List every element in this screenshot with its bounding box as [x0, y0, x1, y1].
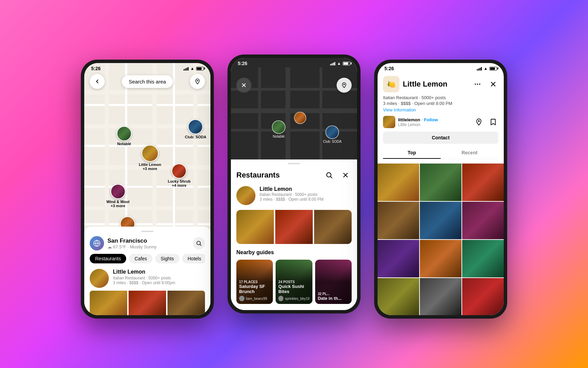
status-time-1: 5:26: [91, 66, 101, 71]
restaurant-meta-1: Italian Restaurant · 5000+ posts: [113, 276, 175, 280]
detail-type-posts: Italian Restaurant · 5000+ posts: [383, 95, 498, 100]
panel-search-button[interactable]: [323, 169, 335, 181]
status-icons-1: ▲: [183, 66, 204, 71]
map-pin-wind-wool[interactable]: Wind & Wool+3 more: [106, 184, 130, 208]
photo-cell-2[interactable]: [420, 164, 461, 201]
svg-point-5: [475, 83, 476, 85]
panel-close-button[interactable]: [339, 169, 352, 181]
battery-icon-2: [343, 62, 350, 65]
restaurant-submeta-1: 3 miles · $$$$ · Open until 8:00pm: [113, 280, 175, 285]
close-map-button[interactable]: [236, 78, 251, 93]
search-area-button[interactable]: Search this area: [122, 75, 173, 88]
status-bar-3: 5:26 ▲: [378, 63, 504, 73]
tab-top[interactable]: Top: [383, 147, 441, 159]
guide-count-2: 24 POSTS: [278, 280, 309, 284]
svg-point-7: [479, 83, 481, 85]
city-avatar: [90, 236, 104, 250]
detail-distance-hours: 3 miles · $$$$ · Open until 8:00 PM: [383, 101, 498, 106]
filter-chips: Restaurants Cafes Sights Hotels: [90, 254, 205, 265]
photo-cell-11[interactable]: [420, 278, 461, 315]
sheet-handle: [141, 231, 153, 232]
phone-3: 5:26 ▲ 🍋 Little Lemon: [374, 60, 507, 319]
dark-map-controls: [231, 78, 357, 93]
photo-cell-8[interactable]: [420, 240, 461, 277]
svg-point-6: [477, 83, 478, 85]
city-weather: ☁ 67.5°F · Mostly Sunny: [107, 244, 157, 249]
map-area: Search this area Notablé Club: SODA Litt…: [84, 63, 210, 237]
photo-cell-9[interactable]: [462, 240, 504, 277]
rest-item-name-1: Little Lemon: [260, 186, 323, 192]
map-pin-club-soda[interactable]: Club: SODA: [185, 119, 206, 139]
map-pin-notable[interactable]: Notablé: [117, 126, 132, 146]
account-username: littlelemon: [398, 117, 420, 122]
map-pin-little-lemon[interactable]: Little Lemon+3 more: [139, 145, 161, 171]
guide-author-1: liam_beanz99: [246, 297, 267, 301]
food-photo-2: [129, 291, 166, 315]
status-bar-2: 5:26 ▲: [231, 58, 357, 67]
dark-location-button[interactable]: [337, 78, 352, 93]
dark-pin-notable[interactable]: Notablé: [272, 120, 285, 138]
more-options-button[interactable]: [472, 79, 483, 89]
restaurant-card-1[interactable]: Little Lemon Italian Restaurant · 5000+ …: [90, 269, 205, 288]
restaurant-name-1: Little Lemon: [113, 269, 175, 275]
guides-row: 17 PLACES Saturday SF Brunch liam_beanz9…: [236, 260, 352, 304]
rest-photos-row-2: [236, 210, 352, 244]
photo-cell-12[interactable]: [462, 278, 504, 315]
phone-1: 5:26 ▲: [81, 60, 214, 319]
status-time-3: 5:26: [384, 66, 394, 71]
phone-2: 5:26 ▲: [227, 55, 361, 313]
account-display-name: Little Lemon: [398, 122, 470, 127]
map-pin-lucky-shrub[interactable]: Lucky Shrub+4 more: [168, 164, 191, 187]
location-button[interactable]: [190, 74, 205, 89]
guide-card-3[interactable]: 32 PL... Date in th...: [315, 260, 352, 304]
restaurant-item-2[interactable]: Notablé Californian · 500 posts: [236, 309, 352, 310]
dark-pin-small[interactable]: [294, 112, 306, 124]
svg-point-3: [343, 84, 345, 85]
contact-button[interactable]: Contact: [383, 132, 498, 144]
status-time-2: 5:26: [238, 61, 247, 66]
photo-cell-1[interactable]: [378, 164, 419, 201]
chip-hotels[interactable]: Hotels: [182, 254, 205, 263]
food-photo-1: [90, 291, 127, 315]
guide-count-1: 17 PLACES: [239, 280, 270, 284]
follow-button[interactable]: Follow: [424, 117, 438, 122]
account-avatar: [383, 116, 395, 128]
rest-photo-3: [314, 210, 352, 244]
dark-pin-club-soda[interactable]: Club: SODA: [323, 125, 341, 143]
photo-cell-7[interactable]: [378, 240, 419, 277]
guide-card-1[interactable]: 17 PLACES Saturday SF Brunch liam_beanz9…: [236, 260, 273, 304]
guide-card-2[interactable]: 24 POSTS Quick Sushi Bites sprinkles_bby…: [276, 260, 312, 304]
directions-button[interactable]: [474, 117, 484, 127]
guide-title-1: Saturday SF Brunch: [239, 284, 270, 294]
food-photos-row-1: [90, 291, 205, 315]
signal-bars-1: [183, 66, 189, 71]
chip-cafes[interactable]: Cafes: [129, 254, 152, 263]
guide-author-2: sprinkles_bby19: [285, 297, 309, 301]
close-detail-button[interactable]: [488, 79, 498, 89]
photo-cell-10[interactable]: [378, 278, 419, 315]
photo-cell-3[interactable]: [462, 164, 504, 201]
bookmark-button[interactable]: [488, 117, 498, 127]
photo-cell-4[interactable]: [378, 202, 419, 239]
rest-photo-1: [236, 210, 274, 244]
bottom-sheet-1: San Francisco ☁ 67.5°F · Mostly Sunny Re…: [84, 227, 210, 315]
chip-sights[interactable]: Sights: [155, 254, 179, 263]
city-row: San Francisco ☁ 67.5°F · Mostly Sunny: [90, 236, 205, 250]
rest-item-avatar-1: [236, 186, 255, 205]
chip-restaurants[interactable]: Restaurants: [90, 254, 126, 263]
nearby-guides-title: Nearby guides: [236, 249, 352, 256]
guide-title-3: Date in th...: [318, 296, 349, 301]
city-search-button[interactable]: [193, 237, 205, 249]
tab-recent[interactable]: Recent: [441, 147, 498, 159]
photo-cell-5[interactable]: [420, 202, 461, 239]
battery-icon-3: [489, 67, 497, 71]
photo-cell-6[interactable]: [462, 202, 504, 239]
guide-title-2: Quick Sushi Bites: [278, 284, 309, 294]
svg-point-0: [197, 80, 198, 81]
restaurant-item-1[interactable]: Little Lemon Italian Restaurant · 5000+ …: [236, 186, 352, 205]
food-photo-3: [167, 291, 205, 315]
view-information-link[interactable]: View Information: [383, 107, 498, 112]
panel-sheet: Restaurants Little Lemon Italian Restau: [231, 159, 357, 310]
rest-photo-2: [275, 210, 313, 244]
back-button[interactable]: [90, 74, 105, 89]
